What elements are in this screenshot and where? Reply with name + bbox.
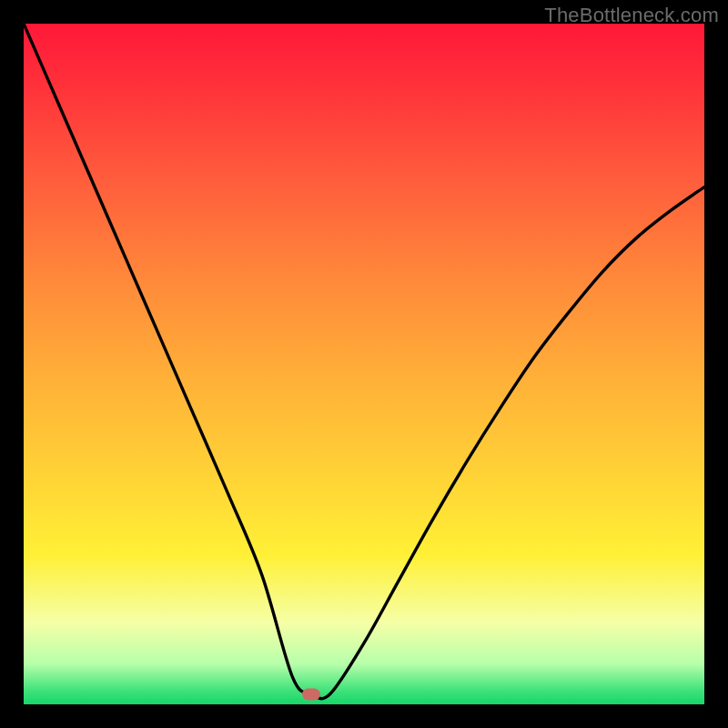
bottleneck-curve (24, 24, 704, 704)
optimal-point-marker (302, 688, 320, 700)
chart-plot-area (24, 24, 704, 704)
